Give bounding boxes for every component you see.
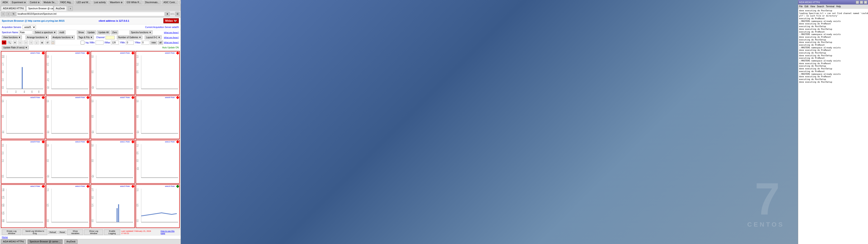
chart-4-area[interactable]: 1.5 1.0 0.5 0.0	[136, 52, 180, 94]
arrange-functions-btn[interactable]: Arrange functions ▼	[26, 35, 49, 39]
xmin-input[interactable]	[96, 41, 103, 44]
num-galleries-btn[interactable]: Number of Galleries ▼	[117, 35, 143, 39]
chart-10-area[interactable]: 0.4 0.0 -0.4	[46, 140, 90, 183]
taskbar-led[interactable]: LED and W...	[75, 1, 92, 4]
chart-6-area[interactable]: 0.4 0.0 -0.4	[46, 96, 90, 139]
xmax-input[interactable]	[111, 41, 119, 44]
chart-2-area[interactable]: 0.4 0.2 0.0 -0.2 -0.4	[46, 52, 90, 94]
chart-16-area[interactable]: 1.0 0.5 0.0	[136, 185, 180, 228]
analysis-functions-btn[interactable]: Analysis functions ▼	[51, 35, 75, 39]
chart-9-area[interactable]: 3.0 2.0 1.0 0.0	[1, 140, 45, 183]
all-btn[interactable]: all	[158, 41, 163, 44]
chart-12-area[interactable]: 1.0 0.5 0.0 -0.5	[136, 140, 180, 183]
chart-14-area[interactable]: 1.0 0.5 0.0	[46, 185, 90, 228]
term-menu-view[interactable]: View	[810, 5, 815, 8]
taskbar-waveform[interactable]: Waveform ⊕	[108, 1, 124, 4]
ymin-input[interactable]	[126, 41, 134, 44]
reset-btn[interactable]: Reset	[58, 231, 66, 234]
spectrum-name-input[interactable]	[19, 30, 33, 34]
new-tab-btn[interactable]: +	[68, 6, 73, 11]
update-btn[interactable]: Update	[86, 30, 96, 34]
taskbar-aida[interactable]: AIDA	[1, 1, 9, 4]
chart-11-area[interactable]: 0.4 0.0 -0.4	[91, 140, 134, 183]
term-menu-help[interactable]: Help	[836, 5, 841, 8]
view-functions-btn[interactable]: View functions ▼	[2, 35, 22, 39]
terminal-line: done executing do PreReset	[799, 49, 867, 52]
icon-6[interactable]: ↑	[29, 40, 33, 44]
tab-midas[interactable]: AIDA MIDAS HTTPd	[1, 6, 26, 11]
tags-fits-btn[interactable]: Tags & Fits ▼	[77, 35, 94, 39]
update-rate-btn[interactable]: Update Rate (4 secs) ▼	[2, 45, 29, 50]
terminal-maximize-btn[interactable]: □	[860, 1, 863, 4]
icon-9[interactable]: ↺	[45, 40, 50, 44]
icon-4[interactable]: ←	[18, 40, 23, 44]
term-menu-file[interactable]: File	[799, 5, 803, 8]
terminal-close-btn[interactable]: ✕	[864, 1, 867, 4]
taskbar-disc[interactable]: Discriminato...	[144, 1, 161, 4]
spectra-functions-btn[interactable]: Spectra functions ▼	[129, 30, 153, 34]
reload-btn[interactable]: ↻	[11, 12, 16, 16]
taskbar-experiment[interactable]: Experiment ⊕	[10, 1, 27, 4]
show-vars-btn[interactable]: Show Variables	[67, 230, 83, 235]
icon-8[interactable]: ⊕	[40, 40, 44, 44]
send-log-btn[interactable]: Send Log Window to Ecig	[22, 230, 47, 235]
taskbar-gsi[interactable]: GSI White R...	[125, 1, 143, 4]
icon-5[interactable]: →	[24, 40, 28, 44]
bookmark-btn[interactable]: ★	[165, 12, 170, 16]
what-these-3[interactable]: What are these?	[164, 41, 179, 43]
forward-btn[interactable]: ›	[6, 12, 11, 16]
terminal-line: done executing do PostSetup	[799, 81, 867, 84]
multi-btn[interactable]: multi	[58, 30, 66, 34]
chart-5-area[interactable]: 0.4 0.0 -0.4	[1, 96, 45, 139]
what-these-2[interactable]: What are these?	[164, 36, 179, 39]
term-menu-search[interactable]: Search	[817, 5, 824, 8]
show-btn[interactable]: Show	[77, 30, 85, 34]
chart-7-area[interactable]: 0.4 0.0 -0.4	[91, 96, 134, 139]
statusbar-spectrum[interactable]: Spectrum Browser @ carme-...	[28, 240, 63, 244]
icon-3[interactable]: ✕	[13, 40, 17, 44]
reload-btn[interactable]: Reload	[48, 231, 57, 234]
terminal-minimize-btn[interactable]: _	[856, 1, 859, 4]
taskbar-control[interactable]: Control ⊕	[28, 1, 41, 4]
icon-1[interactable]: ●	[2, 40, 6, 44]
term-menu-terminal[interactable]: Terminal	[826, 5, 835, 8]
taskbar-module[interactable]: Module Se...	[42, 1, 58, 4]
enable-log-btn[interactable]: Enable Logging	[104, 230, 120, 235]
zero-btn[interactable]: Zero	[111, 30, 119, 34]
new-btn[interactable]: new	[150, 41, 157, 44]
what-these-1[interactable]: What are these?	[164, 31, 179, 34]
svg-text:2.5: 2.5	[92, 203, 93, 207]
select-spectrum-btn[interactable]: Select a spectrum ▼	[33, 30, 57, 34]
statusbar-midas[interactable]: AIDA MIDAS HTTPd	[1, 240, 26, 244]
icon-2[interactable]: 🔍	[7, 40, 12, 44]
tab-spectrum[interactable]: Spectrum Browser @ carme-...	[26, 6, 53, 11]
empty-log-btn[interactable]: Empty Log Window	[2, 230, 21, 235]
icon-10[interactable]: 📋	[51, 40, 55, 44]
chart-3-area[interactable]: 0.4 0.0 -0.4	[91, 52, 134, 94]
term-menu-edit[interactable]: Edit	[804, 5, 808, 8]
log-checkbox[interactable]	[80, 41, 85, 44]
taskbar-lost[interactable]: Lost activity	[92, 1, 107, 4]
home-link[interactable]: Home	[0, 236, 181, 239]
chart-8-area[interactable]: 0.4 0.0 -0.4	[136, 96, 180, 139]
taskbar-asic[interactable]: ASIC Contr...	[162, 1, 178, 4]
chart-13-area[interactable]: 1.00 0.75 0.50 0.25 0.00	[1, 185, 45, 228]
show-log-btn[interactable]: Show Log Window	[84, 230, 103, 235]
taskbar-fadc[interactable]: FADC Alig...	[59, 1, 74, 4]
update-all-btn[interactable]: Update All	[97, 30, 110, 34]
channel-input[interactable]	[105, 36, 115, 39]
url-bar[interactable]: localhost:8015/Spectrum/Spectrum.tml	[17, 12, 164, 16]
ymax-input[interactable]	[142, 41, 149, 44]
chart-15-area[interactable]: 7.5 5.0 2.5 0.0	[91, 185, 134, 228]
back-btn[interactable]: ‹	[1, 12, 5, 16]
svg-text:0.00: 0.00	[2, 218, 4, 223]
acq-server-select[interactable]: aida05	[23, 25, 36, 29]
icon-7[interactable]: ↓	[34, 40, 39, 44]
statusbar-anydesk[interactable]: AnyDesk	[64, 240, 78, 244]
chart-1-area[interactable]: 10.0 7.5 5.0 2.5 0.0 0 20 40 60 80	[1, 52, 45, 94]
tab-anydesk[interactable]: AnyDesk	[54, 6, 67, 11]
layout-btn[interactable]: Layout 0+1 ▼	[145, 35, 161, 39]
menu-btn[interactable]: ☰	[175, 12, 180, 16]
how-to-use[interactable]: How to use this page	[160, 230, 179, 235]
terminal-body[interactable]: done executing do PostSetuploading Spect…	[798, 8, 868, 244]
